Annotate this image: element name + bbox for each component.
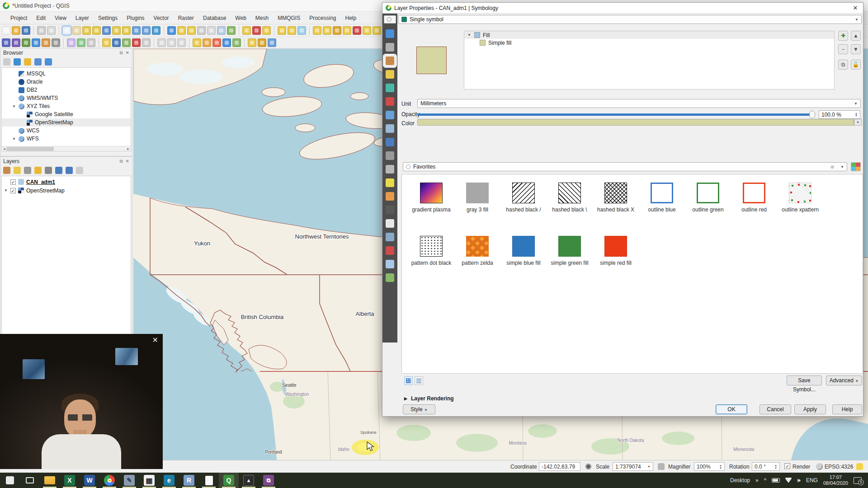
coordinate-field[interactable]: -142.02,63.79 — [539, 462, 580, 471]
dialog-tab-search-input[interactable] — [384, 15, 396, 23]
expand-all-icon[interactable] — [55, 167, 62, 174]
remove-symbol-layer-button[interactable]: − — [838, 44, 848, 54]
opacity-spinbox[interactable]: 100.0 % ▲▼ — [819, 110, 860, 119]
menu-mesh[interactable]: Mesh — [251, 13, 273, 23]
crs-globe-icon[interactable] — [816, 463, 823, 470]
new-virtual-layer-icon[interactable] — [87, 38, 95, 47]
filter-legend-icon[interactable] — [34, 167, 42, 174]
pan-map-icon[interactable] — [62, 26, 71, 35]
style-manager-icon-button[interactable] — [851, 162, 861, 171]
browser-item-db2[interactable]: DB2 — [2, 86, 131, 94]
add-mesh-layer-icon[interactable] — [32, 38, 40, 47]
language-indicator[interactable]: ENG — [806, 477, 818, 483]
browser-item-google-satellite[interactable]: Google Satellite — [2, 110, 131, 118]
cancel-button[interactable]: Cancel — [760, 404, 791, 414]
opacity-slider-handle[interactable] — [809, 111, 815, 118]
tab-joins[interactable] — [384, 136, 396, 148]
battery-icon[interactable] — [772, 478, 780, 483]
open-attribute-table-icon[interactable] — [207, 26, 216, 35]
layer-expand-arrow[interactable]: ▼ — [4, 188, 8, 192]
tab-auxiliary-storage[interactable] — [384, 150, 396, 161]
volume-icon[interactable]: 🕪 — [797, 477, 801, 483]
tab-source[interactable] — [384, 42, 396, 53]
statistics-icon[interactable] — [227, 26, 236, 35]
epsg-status[interactable]: EPSG:4326 — [825, 464, 853, 470]
menu-edit[interactable]: Edit — [32, 13, 50, 23]
add-raster-layer-icon[interactable] — [22, 38, 30, 47]
taskbar-r-app[interactable]: R — [179, 473, 199, 488]
taskbar-remote-app[interactable]: ⧉ — [259, 473, 278, 488]
add-symbol-layer-button[interactable]: ✚ — [838, 31, 848, 41]
tab-legend[interactable] — [384, 258, 396, 270]
taskbar-task-view[interactable] — [20, 473, 40, 488]
add-vector-layer-icon[interactable] — [12, 38, 20, 47]
temporal-control-icon[interactable] — [297, 26, 306, 35]
menu-web[interactable]: Web — [231, 13, 250, 23]
symbol-gray-3-fill[interactable]: gray 3 fill — [454, 183, 500, 213]
symbol-search-input[interactable]: Favorites ⊗ ▼ — [403, 162, 847, 171]
tab-actions[interactable] — [384, 164, 396, 175]
advanced-button[interactable]: Advanced ▼ — [826, 375, 862, 385]
tab-masks[interactable] — [384, 82, 396, 94]
browser-item-oracle[interactable]: Oracle — [2, 78, 131, 86]
taskbar-journal[interactable]: ✎ — [119, 473, 139, 488]
layer-rendering-section[interactable]: ▶ Layer Rendering — [404, 395, 454, 402]
symbol-outline-red[interactable]: outline red — [731, 183, 777, 213]
show-bookmarks-icon[interactable] — [288, 26, 296, 35]
menu-settings[interactable]: Settings — [94, 13, 122, 23]
symbol-hashed-black-[interactable]: hashed black / — [500, 183, 547, 213]
browser-item-wms-wmts[interactable]: WMS/WMTS — [2, 94, 131, 102]
label-tool-5-icon[interactable] — [363, 26, 371, 35]
symbol-simple-red-fill[interactable]: simple red fill — [593, 236, 639, 266]
color-dropdown-button[interactable]: ▼ — [854, 119, 862, 126]
tab-symbology[interactable] — [384, 55, 396, 66]
label-tool-6-icon[interactable] — [373, 26, 381, 35]
zoom-last-icon[interactable] — [132, 26, 141, 35]
renderer-combo[interactable]: Single symbol ▼ — [398, 15, 862, 24]
pan-to-selection-icon[interactable] — [72, 26, 81, 35]
move-up-button[interactable]: ▲ — [851, 31, 861, 41]
browser-close-icon[interactable]: ✕ — [126, 50, 129, 56]
tab-display[interactable] — [384, 177, 396, 188]
taskbar-qgis[interactable]: Q — [219, 473, 239, 488]
clear-search-icon[interactable]: ⊗ — [830, 164, 834, 169]
scale-combo[interactable]: 1:7379074▼ — [613, 462, 653, 471]
tree-arrow-icon[interactable]: ▼ — [12, 137, 16, 141]
menu-plugins[interactable]: Plugins — [123, 13, 148, 23]
tab-labels[interactable] — [384, 69, 396, 80]
style-dock-icon[interactable] — [248, 38, 256, 47]
processing-toolbox-icon[interactable] — [222, 38, 231, 47]
label-tool-1-icon[interactable] — [313, 26, 321, 35]
magnifier-spinbox[interactable]: 100%▲▼ — [694, 462, 725, 471]
layer-visibility-checkbox[interactable]: ✓ — [10, 188, 16, 193]
layer-diagram-icon[interactable] — [353, 26, 361, 35]
layout-add-icon[interactable] — [258, 38, 266, 47]
taskbar-edge[interactable]: e — [159, 473, 179, 488]
add-feature-icon[interactable] — [122, 38, 131, 47]
menu-layer[interactable]: Layer — [71, 13, 93, 23]
menu-view[interactable]: View — [51, 13, 71, 23]
remove-layer-icon[interactable] — [76, 167, 83, 174]
taskbar-excel[interactable]: X — [60, 473, 80, 488]
save-edits-icon[interactable] — [112, 38, 121, 47]
wifi-icon[interactable] — [785, 478, 792, 483]
new-shapefile-icon[interactable] — [67, 38, 75, 47]
layout-manager-icon[interactable] — [47, 26, 56, 35]
taskbar-word[interactable]: W — [80, 473, 99, 488]
label-tool-3-icon[interactable] — [333, 26, 341, 35]
taskbar-notepad[interactable] — [199, 473, 219, 488]
layers-undock-icon[interactable]: ⧉ — [119, 159, 123, 164]
lock-colors-button[interactable]: 🔓 — [851, 60, 861, 70]
zoom-to-selection-icon[interactable] — [112, 26, 121, 35]
menu-project[interactable]: Project — [6, 13, 31, 23]
menu-raster[interactable]: Raster — [174, 13, 198, 23]
select-by-expression-icon[interactable] — [197, 26, 206, 35]
label-tool-2-icon[interactable] — [323, 26, 331, 35]
add-group-icon[interactable] — [14, 167, 21, 174]
menu-vector[interactable]: Vector — [150, 13, 173, 23]
clock[interactable]: 17:07 08/04/2020 — [823, 474, 848, 486]
browser-hscrollbar[interactable]: ◄► — [2, 146, 131, 151]
select-features-icon[interactable] — [177, 26, 186, 35]
zoom-full-icon[interactable] — [102, 26, 111, 35]
taskbar-start[interactable] — [0, 473, 20, 488]
